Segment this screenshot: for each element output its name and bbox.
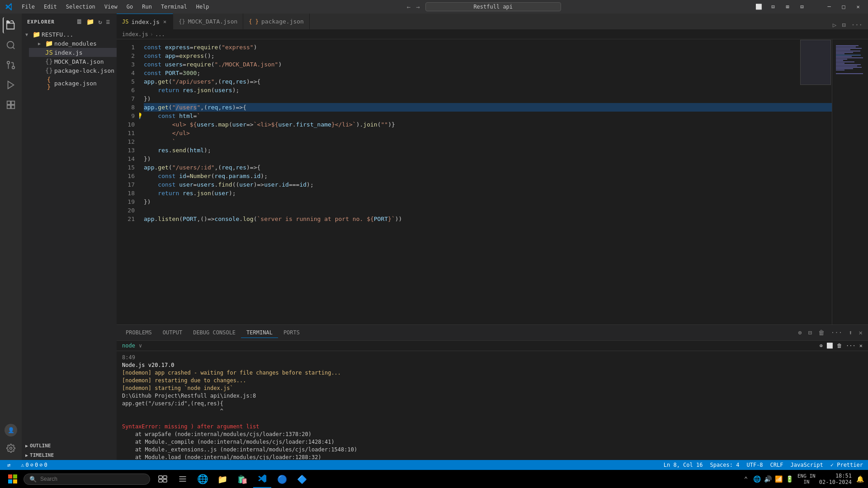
menu-edit[interactable]: Edit xyxy=(40,3,61,11)
status-line-col[interactable]: Ln 8, Col 16 xyxy=(662,462,704,468)
activity-run-debug[interactable] xyxy=(3,77,19,93)
minimize-btn[interactable]: ─ xyxy=(824,2,835,11)
tab-problems[interactable]: PROBLEMS xyxy=(120,328,157,338)
taskbar-clock[interactable]: 18:51 02-10-2024 xyxy=(819,473,852,485)
timeline-section[interactable]: ▶ TIMELINE xyxy=(22,450,117,460)
tab-debug-console[interactable]: DEBUG CONSOLE xyxy=(188,328,241,338)
taskbar-edge[interactable]: 🌐 xyxy=(193,470,212,488)
tab-package-json[interactable]: { } package.json xyxy=(243,14,310,29)
code-line-20 xyxy=(144,206,832,215)
menu-bar[interactable]: File Edit Selection View Go Run Terminal… xyxy=(18,3,213,11)
tab-terminal[interactable]: TERMINAL xyxy=(241,328,278,338)
tray-notifications[interactable]: 🔔 xyxy=(855,474,864,483)
activity-source-control[interactable] xyxy=(3,57,19,73)
sidebar-header-icons[interactable]: 🗏 📁 ↻ ≡ xyxy=(75,17,111,26)
tray-battery-icon[interactable]: 🔋 xyxy=(785,474,794,483)
code-line-15: app.get("/users/:id",(req,res)=>{ xyxy=(144,163,832,172)
terminal-panel-icon[interactable]: ⬜ xyxy=(826,343,833,349)
close-btn[interactable]: ✕ xyxy=(853,2,863,11)
activity-search[interactable] xyxy=(3,37,19,53)
status-remote[interactable]: ⇄ xyxy=(4,462,14,468)
split-terminal-icon[interactable]: ⊟ xyxy=(806,328,813,337)
status-errors[interactable]: ⚠ 0 ⊘ 0 ⊘ 0 xyxy=(19,462,48,468)
terminal-close-icon[interactable]: ✕ xyxy=(859,343,863,349)
term-stack-2: at Module._compile (node:internal/module… xyxy=(122,438,863,446)
taskbar-vscode[interactable] xyxy=(253,470,271,488)
new-terminal-icon[interactable]: ⊕ xyxy=(796,328,803,337)
run-code-icon[interactable]: ▷ xyxy=(831,20,838,29)
nav-arrows[interactable]: ← → xyxy=(405,2,422,11)
title-search-bar[interactable]: Restfull api xyxy=(425,2,561,11)
close-panel-icon[interactable]: ✕ xyxy=(857,328,864,337)
taskbar-search-input[interactable] xyxy=(40,476,131,482)
taskbar-taskview[interactable] xyxy=(154,470,172,488)
activity-extensions[interactable] xyxy=(3,97,19,113)
taskbar-lang[interactable]: ENG IN IN xyxy=(797,473,816,485)
refresh-icon[interactable]: ↻ xyxy=(97,17,103,26)
terminal-plus-icon[interactable]: ⊕ xyxy=(820,343,823,349)
code-line-6: return res.json(users); xyxy=(144,86,832,94)
menu-file[interactable]: File xyxy=(18,3,38,11)
code-content[interactable]: const express=require("express") const a… xyxy=(139,39,832,324)
activity-settings[interactable] xyxy=(3,440,19,456)
start-button[interactable] xyxy=(4,470,22,488)
tab-index-js[interactable]: JS index.js ✕ xyxy=(117,14,173,29)
split-editor-icon[interactable]: ⊟ xyxy=(840,20,847,29)
package-json-item[interactable]: { } package.json xyxy=(29,75,117,91)
maximize-btn[interactable]: □ xyxy=(838,2,849,11)
tray-network-icon[interactable]: 🌐 xyxy=(752,474,761,483)
menu-view[interactable]: View xyxy=(101,3,121,11)
panel-more-icon[interactable]: ··· xyxy=(829,328,844,337)
error-icon: ⚠ xyxy=(21,462,24,468)
terminal-more-icon[interactable]: ··· xyxy=(846,343,856,349)
tab-index-js-close[interactable]: ✕ xyxy=(162,18,167,26)
new-file-icon[interactable]: 🗏 xyxy=(75,17,84,26)
collapse-icon[interactable]: ≡ xyxy=(105,17,111,26)
layout-sidebar-btn[interactable]: ⬜ xyxy=(753,2,764,11)
project-folder[interactable]: ▼ 📁 RESTFU... xyxy=(22,30,117,39)
tab-ports[interactable]: PORTS xyxy=(278,328,305,338)
package-lock-item[interactable]: {} package-lock.json xyxy=(29,66,117,75)
menu-terminal[interactable]: Terminal xyxy=(157,3,191,11)
tray-sound-icon[interactable]: 🔊 xyxy=(763,474,772,483)
status-eol[interactable]: CRLF xyxy=(769,462,785,468)
kill-terminal-icon[interactable]: 🗑 xyxy=(816,328,826,337)
terminal-content[interactable]: 8:49 Node.js v20.17.0 [nodemon] app cras… xyxy=(117,351,868,460)
taskbar-explorer[interactable] xyxy=(174,470,192,488)
terminal-trash-icon[interactable]: 🗑 xyxy=(837,343,842,349)
mock-data-item[interactable]: {} MOCK_DATA.json xyxy=(29,57,117,66)
taskbar-chrome[interactable]: 🔵 xyxy=(273,470,291,488)
layout-split-btn[interactable]: ⊞ xyxy=(782,2,793,11)
tray-up-arrow[interactable]: ⌃ xyxy=(741,474,750,483)
maximize-panel-icon[interactable]: ⬆ xyxy=(847,328,854,337)
back-arrow[interactable]: ← xyxy=(405,2,412,11)
svg-line-1 xyxy=(13,47,14,49)
menu-run[interactable]: Run xyxy=(138,3,156,11)
tab-output[interactable]: OUTPUT xyxy=(157,328,188,338)
lang-region: IN xyxy=(797,479,816,485)
status-spaces[interactable]: Spaces: 4 xyxy=(708,462,741,468)
tray-wifi-icon[interactable]: 📶 xyxy=(774,474,783,483)
tab-mock-data[interactable]: {} MOCK_DATA.json xyxy=(173,14,243,29)
index-js-item[interactable]: JS index.js xyxy=(29,48,117,57)
menu-help[interactable]: Help xyxy=(193,3,213,11)
forward-arrow[interactable]: → xyxy=(414,2,421,11)
layout-grid-btn[interactable]: ⊟ xyxy=(797,2,807,11)
status-language[interactable]: JavaScript xyxy=(789,462,825,468)
status-encoding[interactable]: UTF-8 xyxy=(745,462,764,468)
new-folder-icon[interactable]: 📁 xyxy=(85,17,95,26)
layout-panels-btn[interactable]: ⊟ xyxy=(768,2,778,11)
taskbar-store[interactable]: 🛍️ xyxy=(233,470,251,488)
menu-selection[interactable]: Selection xyxy=(62,3,99,11)
menu-go[interactable]: Go xyxy=(123,3,137,11)
activity-accounts[interactable]: 👤 xyxy=(5,424,17,436)
status-prettier[interactable]: ✓ Prettier xyxy=(829,462,864,468)
outline-section[interactable]: ▶ OUTLINE xyxy=(22,441,117,450)
more-actions-icon[interactable]: ··· xyxy=(849,20,864,29)
node-modules-item[interactable]: ▶ 📁 node_modules xyxy=(29,39,117,48)
taskbar-app-extra[interactable]: 🔷 xyxy=(293,470,311,488)
activity-explorer[interactable] xyxy=(3,17,19,33)
taskbar-search[interactable]: 🔍 xyxy=(24,474,150,485)
taskbar-files[interactable]: 📁 xyxy=(213,470,231,488)
sidebar-title: Explorer xyxy=(27,19,55,25)
